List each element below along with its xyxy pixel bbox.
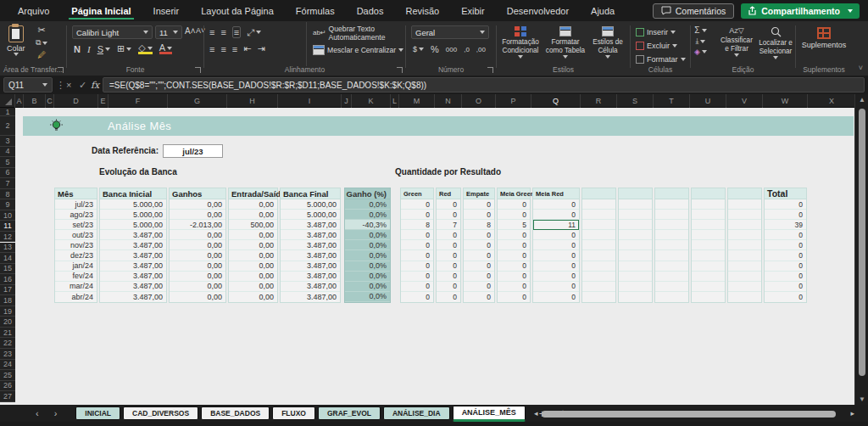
row-header-26[interactable]: 26 xyxy=(0,381,15,392)
table-cell[interactable]: 3.487,00 xyxy=(100,282,166,292)
table-cell[interactable] xyxy=(728,230,761,240)
vertical-scroll-thumb[interactable] xyxy=(859,109,865,376)
table-cell[interactable]: -2.013,00 xyxy=(170,220,225,230)
menu-tab-layout-da-pa-gina[interactable]: Layout da Página xyxy=(190,0,285,21)
increase-indent-icon[interactable]: ⇥ xyxy=(257,43,264,54)
row-header-6[interactable]: 6 xyxy=(0,168,15,179)
sort-filter-button[interactable]: AZ▽ Classificar e Filtrar xyxy=(718,26,755,57)
sheet-grid[interactable]: 1234567891011121314151617181920212223242… xyxy=(0,108,854,405)
row-header-1[interactable]: 1 xyxy=(0,108,15,116)
bold-button[interactable]: N xyxy=(74,44,81,54)
table-cell[interactable]: 0 xyxy=(533,250,579,261)
vertical-scrollbar[interactable]: ▲ ▼ xyxy=(854,94,868,405)
sheet-tab-base-dados[interactable]: BASE_DADOS xyxy=(201,406,270,420)
table-cell[interactable] xyxy=(619,261,652,272)
table-cell[interactable] xyxy=(728,220,761,230)
align-left-icon[interactable]: ≡ xyxy=(209,43,214,54)
column-header-t[interactable]: T xyxy=(654,94,690,108)
sheet-nav-left-icon[interactable]: ‹ xyxy=(36,408,39,418)
column-header-g[interactable]: G xyxy=(168,94,227,108)
table-cell[interactable] xyxy=(619,282,652,292)
table-cell[interactable]: 0 xyxy=(401,240,433,250)
table-cell[interactable]: 0,0% xyxy=(345,240,390,250)
table-cell[interactable]: 0,00 xyxy=(229,272,277,282)
row-header-15[interactable]: 15 xyxy=(0,264,15,275)
row-header-18[interactable]: 18 xyxy=(0,295,15,306)
table-cell[interactable]: 0 xyxy=(533,199,579,210)
table-cell[interactable] xyxy=(692,282,725,292)
table-cell[interactable]: nov/23 xyxy=(55,240,97,250)
table-cell[interactable]: 0,00 xyxy=(170,272,225,282)
table-cell[interactable]: 0 xyxy=(533,282,579,292)
row-header-17[interactable]: 17 xyxy=(0,285,15,296)
orientation-icon[interactable]: ⤢ xyxy=(247,26,261,38)
table-cell[interactable]: 0,00 xyxy=(229,282,277,292)
table-cell[interactable]: 3.487,00 xyxy=(100,250,166,261)
table-cell[interactable] xyxy=(619,250,652,261)
column-header-q[interactable]: Q xyxy=(531,94,581,108)
column-header-u[interactable]: U xyxy=(690,94,726,108)
table-cell[interactable]: 0,00 xyxy=(170,240,225,250)
table-cell[interactable]: 0 xyxy=(498,261,530,272)
table-cell[interactable]: 0,0% xyxy=(345,282,390,292)
formula-input[interactable]: =SE(Q$8="";"";CONT.SES(BASE_DADOS!$R:$R;… xyxy=(103,77,865,92)
table-cell[interactable]: 0 xyxy=(498,230,530,240)
table-cell[interactable] xyxy=(728,240,761,250)
sheet-tab-graf-evol[interactable]: GRAF_EVOL xyxy=(318,406,381,420)
table-cell[interactable]: 0 xyxy=(401,210,433,220)
table-cell[interactable]: 0,00 xyxy=(229,240,277,250)
menu-tab-ajuda[interactable]: Ajuda xyxy=(580,0,626,21)
cancel-entry-icon[interactable]: × xyxy=(66,77,71,92)
row-header-2[interactable]: 2 xyxy=(0,116,15,136)
row-header-25[interactable]: 25 xyxy=(0,370,15,381)
table-cell[interactable]: 0 xyxy=(437,250,460,261)
table-cell[interactable]: 0 xyxy=(401,250,433,261)
addins-button[interactable]: Suplementos xyxy=(804,27,843,49)
table-cell[interactable] xyxy=(582,292,615,302)
table-cell[interactable]: 0 xyxy=(765,250,806,261)
comma-style-icon[interactable]: 000 xyxy=(446,46,457,53)
table-cell[interactable]: 0 xyxy=(533,272,579,282)
column-header-i[interactable]: I xyxy=(278,94,342,108)
table-cell[interactable]: 0,00 xyxy=(170,282,225,292)
table-cell[interactable] xyxy=(582,220,615,230)
row-header-9[interactable]: 9 xyxy=(0,199,15,210)
horizontal-scroll-thumb[interactable] xyxy=(542,411,836,418)
table-cell[interactable]: 500,00 xyxy=(229,220,277,230)
table-cell[interactable]: 3.487,00 xyxy=(281,220,340,230)
table-cell[interactable]: 0,00 xyxy=(229,261,277,272)
table-cell[interactable] xyxy=(728,250,761,261)
menu-tab-inserir[interactable]: Inserir xyxy=(142,0,191,21)
align-middle-icon[interactable]: ≡ xyxy=(220,26,225,38)
sheet-tab-fluxo[interactable]: FLUXO xyxy=(272,406,315,420)
table-cell[interactable]: 0 xyxy=(765,210,806,220)
table-cell[interactable]: 3.487,00 xyxy=(281,230,340,240)
table-cell[interactable]: 5.000,00 xyxy=(100,210,166,220)
row-header-3[interactable]: 3 xyxy=(0,136,15,147)
column-header-k[interactable]: K xyxy=(352,94,391,108)
table-cell[interactable] xyxy=(692,292,725,302)
font-color-icon[interactable]: A xyxy=(159,44,172,54)
menu-tab-dados[interactable]: Dados xyxy=(346,0,395,21)
table-cell[interactable]: 11 xyxy=(533,220,579,230)
table-cell[interactable] xyxy=(619,240,652,250)
table-cell[interactable]: 0 xyxy=(401,261,433,272)
format-cells-button[interactable]: Formatar xyxy=(636,53,686,64)
menu-tab-exibir[interactable]: Exibir xyxy=(450,0,496,21)
table-cell[interactable]: 0 xyxy=(765,240,806,250)
menu-tab-revisa-o[interactable]: Revisão xyxy=(394,0,450,21)
row-header-23[interactable]: 23 xyxy=(0,349,15,360)
collapse-ribbon-icon[interactable]: ˅ xyxy=(859,64,863,72)
table-cell[interactable]: 0,00 xyxy=(229,199,277,210)
sheet-tab-cad-diversos[interactable]: CAD_DIVERSOS xyxy=(123,406,198,420)
table-cell[interactable]: 3.487,00 xyxy=(100,272,166,282)
table-cell[interactable] xyxy=(692,199,725,210)
table-cell[interactable]: mar/24 xyxy=(55,282,97,292)
table-cell[interactable]: -40,3% xyxy=(345,220,390,230)
table-cell[interactable] xyxy=(728,292,761,302)
table-cell[interactable]: 0 xyxy=(464,292,494,302)
table-cell[interactable] xyxy=(582,261,615,272)
format-painter-icon[interactable]: 🖉 xyxy=(36,50,47,59)
menu-tab-pa-gina-inicial[interactable]: Página Inicial xyxy=(60,0,142,21)
table-cell[interactable]: abr/24 xyxy=(55,292,97,302)
